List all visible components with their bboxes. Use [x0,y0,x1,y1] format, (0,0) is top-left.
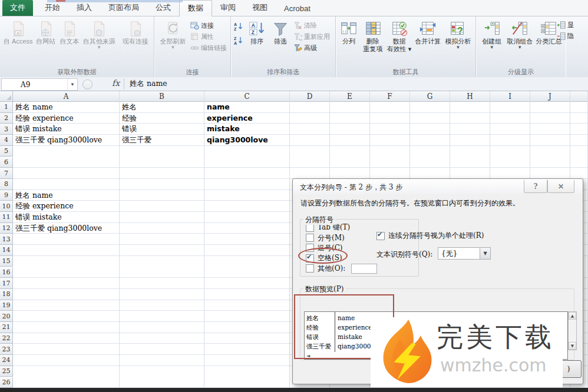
row-header-2[interactable]: 2 [0,113,13,124]
tab-页面布局[interactable]: 页面布局 [100,0,147,16]
scroll-up-icon[interactable]: ▲ [569,312,576,320]
dropdown-arrow-icon[interactable]: ▼ [480,248,490,259]
column-header-F[interactable]: F [370,91,410,102]
clear-filter-button[interactable]: 清除 [293,21,330,31]
remove-duplicates-button[interactable]: 删除 重复项 [360,19,386,53]
group-button[interactable]: 创建组 ▼ [478,19,506,49]
tab-数据[interactable]: 数据 [179,0,212,16]
from-web-button[interactable]: 自网站 [34,19,58,45]
row-header-10[interactable]: 10 [0,201,13,212]
cell-A9[interactable]: 姓名 name [15,190,53,201]
sort-button[interactable]: AZ 排序 [245,19,269,45]
dialog-close-button[interactable]: ✕ [547,180,574,193]
cell-A11[interactable]: 错误 mistake [15,212,62,222]
row-header-9[interactable]: 9 [0,190,13,201]
row-header-18[interactable]: 18 [0,289,13,300]
tab-公式[interactable]: 公式 [147,0,179,16]
preview-vertical-scrollbar[interactable]: ▲ ▼ [568,311,577,350]
tab-视图[interactable]: 视图 [244,0,276,16]
row-header-20[interactable]: 20 [0,311,13,322]
row-header-16[interactable]: 16 [0,267,13,278]
other-delimiter-input[interactable] [351,264,377,274]
column-header-J[interactable]: J [530,91,570,102]
row-header-17[interactable]: 17 [0,278,13,289]
cell-A12[interactable]: 强三千爱 qiang3000love [15,223,102,234]
column-header-H[interactable]: H [450,91,490,102]
row-header-15[interactable]: 15 [0,256,13,267]
cell-B2[interactable]: 经验 [122,113,137,124]
sort-za-button[interactable]: ZA [234,36,243,48]
tab-审阅[interactable]: 审阅 [212,0,244,16]
column-header-E[interactable]: E [330,91,370,102]
row-header-19[interactable]: 19 [0,300,13,311]
name-box-dropdown-icon[interactable]: ▼ [67,79,77,90]
tab-Acrobat[interactable]: Acrobat [276,2,319,16]
advanced-filter-button[interactable]: 高级 [293,43,330,53]
column-header-C[interactable]: C [204,91,290,102]
data-validation-button[interactable]: 数据 有效性 ▾ [386,19,413,53]
row-header-8[interactable]: 8 [0,179,13,190]
row-header-13[interactable]: 13 [0,234,13,245]
select-all-corner[interactable] [0,91,13,102]
cell-B3[interactable]: 错误 [122,124,137,134]
cell-C4[interactable]: qiang3000love [207,135,268,145]
show-detail-button[interactable]: 显 [557,21,574,29]
row-header-25[interactable]: 25 [0,366,13,377]
row-header-22[interactable]: 22 [0,333,13,344]
cell-C1[interactable]: name [207,102,230,112]
insert-function-icon[interactable]: fx [112,78,120,88]
formula-cancel-button[interactable] [82,79,93,89]
refresh-all-button[interactable]: 全部刷新 ▼ [157,19,189,49]
row-header-21[interactable]: 21 [0,322,13,333]
column-header-I[interactable]: I [490,91,530,102]
dialog-title-bar[interactable]: 文本分列向导 - 第 2 步，共 3 步 ? ✕ [293,179,583,194]
delimiter-O-checkbox[interactable]: 其他(O): [306,264,377,274]
text-qualifier-dropdown[interactable]: {无} ▼ [438,247,491,260]
formula-bar-value[interactable]: 姓名 name [130,79,167,89]
row-header-14[interactable]: 14 [0,245,13,256]
row-header-4[interactable]: 4 [0,135,13,146]
row-header-1[interactable]: 1 [0,102,13,113]
row-header-3[interactable]: 3 [0,124,13,135]
ungroup-button[interactable]: 取消组合 ▼ [506,19,534,49]
column-header-A[interactable]: A [13,91,120,102]
scroll-down-icon[interactable]: ▼ [569,342,576,350]
row-header-12[interactable]: 12 [0,223,13,234]
consecutive-delimiters-checkbox[interactable]: 连续分隔符号视为单个处理(R) [376,231,484,241]
cell-A3[interactable]: 错误 mistake [15,124,62,134]
row-header-11[interactable]: 11 [0,212,13,223]
hide-detail-button[interactable]: 隐 [557,32,574,41]
column-header-D[interactable]: D [290,91,330,102]
consolidate-button[interactable]: 合并计算 [413,19,443,45]
cell-C3[interactable]: mistake [207,124,240,134]
row-header-24[interactable]: 24 [0,355,13,366]
reapply-filter-button[interactable]: 重新应用 [293,32,330,42]
sort-az-button[interactable]: AZ [234,22,243,34]
row-header-26[interactable]: 26 [0,377,13,388]
from-other-sources-button[interactable]: 自其他来源 ▼ [81,19,117,49]
cell-A4[interactable]: 强三千爱 qiang3000love [15,135,102,145]
cell-C2[interactable]: experience [207,113,253,124]
column-header-B[interactable]: B [120,91,204,102]
tab-文件[interactable]: 文件 [2,0,33,16]
column-header-G[interactable]: G [410,91,450,102]
row-header-5[interactable]: 5 [0,146,13,157]
cell-B1[interactable]: 姓名 [122,102,137,112]
tab-开始[interactable]: 开始 [37,0,68,16]
cell-A1[interactable]: 姓名 name [15,102,53,112]
edit-links-button[interactable]: 编辑链接 [190,43,227,53]
properties-button[interactable]: 属性 [190,32,227,42]
what-if-analysis-button[interactable]: ? 模拟分析 ▼ [443,19,473,49]
dialog-help-button[interactable]: ? [524,180,547,193]
delimiter-M-checkbox[interactable]: 分号(M) [306,232,377,242]
column-header-partial[interactable] [570,91,588,102]
row-header-23[interactable]: 23 [0,344,13,355]
cell-B4[interactable]: 强三千爱 [122,135,151,145]
cell-A10[interactable]: 经验 experience [15,201,74,211]
row-header-6[interactable]: 6 [0,157,13,168]
connections-button[interactable]: 连接 [190,21,227,31]
tab-插入[interactable]: 插入 [68,0,100,16]
from-text-button[interactable]: 自文本 [58,19,81,45]
text-to-columns-button[interactable]: 分列 [338,19,360,45]
name-box[interactable]: A9 ▼ [1,78,78,91]
